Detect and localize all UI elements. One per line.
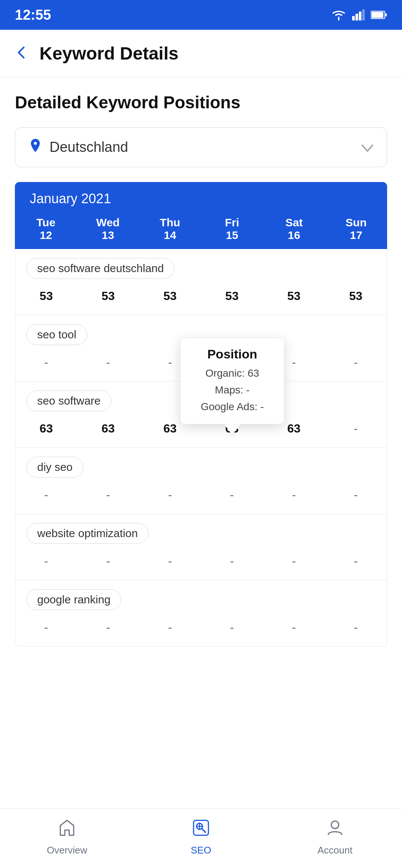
status-time: 12:55 [15, 7, 51, 23]
bottom-nav: Overview SEO Account [0, 808, 402, 868]
battery-icon [371, 10, 387, 19]
nav-item-account[interactable]: Account [268, 818, 402, 856]
kv-cell: - [201, 551, 263, 571]
nav-label-account: Account [318, 845, 352, 856]
calendar-day-14: Thu14 [139, 213, 201, 249]
svg-rect-1 [355, 14, 358, 20]
kv-cell: - [15, 485, 77, 505]
kv-cell: - [201, 485, 263, 505]
calendar-header: January 2021 Tue12Wed13Thu14Fri15Sat16Su… [15, 182, 387, 249]
kv-cell: - [325, 352, 387, 372]
kv-cell: - [139, 485, 201, 505]
position-tooltip: Position Organic: 63 Maps: - Google Ads:… [180, 338, 284, 435]
keyword-values: 535353535353 [15, 283, 387, 315]
keyword-tag-row: website optimization [15, 514, 387, 548]
svg-rect-3 [362, 9, 365, 20]
keyword-row: diy seo------ [15, 448, 387, 514]
page-title: Keyword Details [39, 43, 178, 64]
calendar-day-17: Sun17 [325, 213, 387, 249]
overview-icon [57, 818, 77, 842]
kv-cell: - [325, 419, 387, 438]
calendar-day-12: Tue12 [15, 213, 77, 249]
tooltip-title: Position [194, 347, 271, 361]
keyword-row: seo tool Position Organic: 63 Maps: - Go… [15, 315, 387, 382]
page-header: Keyword Details [0, 30, 402, 77]
kv-cell: - [77, 485, 139, 505]
back-button[interactable] [15, 45, 28, 62]
keyword-values: ------ [15, 614, 387, 646]
kv-cell: 63 [15, 419, 77, 438]
calendar-day-15: Fri15 [201, 213, 263, 249]
kv-cell: - [139, 551, 201, 571]
nav-item-overview[interactable]: Overview [0, 818, 134, 856]
tooltip-organic: Organic: 63 [194, 365, 271, 382]
svg-rect-5 [385, 13, 387, 16]
kv-cell: - [325, 618, 387, 637]
calendar-days: Tue12Wed13Thu14Fri15Sat16Sun17 [15, 213, 387, 249]
keyword-values: ------ [15, 548, 387, 580]
keyword-tag[interactable]: diy seo [26, 457, 83, 478]
status-icons [331, 9, 387, 20]
location-icon [29, 138, 42, 156]
svg-rect-6 [371, 12, 383, 18]
kv-cell: - [77, 551, 139, 571]
account-icon [325, 818, 345, 842]
nav-label-seo: SEO [191, 845, 211, 856]
keyword-tag[interactable]: google ranking [26, 589, 121, 610]
keyword-row: website optimization------ [15, 514, 387, 580]
calendar-day-16: Sat16 [263, 213, 325, 249]
kv-cell: - [263, 618, 325, 637]
kv-cell: - [15, 551, 77, 571]
keyword-row: seo software deutschland535353535353 [15, 249, 387, 315]
calendar-month: January 2021 [15, 191, 387, 213]
tooltip-maps: Maps: - [194, 382, 271, 399]
section-title: Detailed Keyword Positions [15, 92, 387, 112]
tooltip-box: Position Organic: 63 Maps: - Google Ads:… [180, 338, 284, 424]
kv-cell: - [15, 352, 77, 372]
nav-item-seo[interactable]: SEO [134, 818, 268, 856]
svg-rect-2 [359, 12, 361, 20]
kv-cell: 53 [139, 286, 201, 306]
keyword-row: google ranking------ [15, 580, 387, 646]
keywords-table: seo software deutschland535353535353seo … [15, 249, 387, 647]
keyword-tag-row: google ranking [15, 580, 387, 614]
keyword-tag[interactable]: website optimization [26, 523, 149, 544]
kv-cell: - [15, 618, 77, 637]
nav-label-overview: Overview [47, 845, 87, 856]
kv-cell: - [77, 618, 139, 637]
country-selector[interactable]: Deutschland [15, 127, 387, 167]
keyword-tag[interactable]: seo software deutschland [26, 258, 175, 279]
status-bar: 12:55 [0, 0, 402, 30]
kv-cell: 53 [201, 286, 263, 306]
tooltip-arrow [224, 424, 240, 435]
calendar-day-13: Wed13 [77, 213, 139, 249]
kv-cell: - [139, 618, 201, 637]
tooltip-google-ads: Google Ads: - [194, 399, 271, 415]
signal-icon [352, 9, 365, 20]
main-content: Detailed Keyword Positions Deutschland J… [0, 77, 402, 714]
kv-cell: - [325, 551, 387, 571]
svg-point-9 [331, 821, 339, 829]
kv-cell: 53 [77, 286, 139, 306]
svg-rect-7 [194, 820, 208, 835]
keyword-tag[interactable]: seo software [26, 390, 111, 411]
svg-rect-0 [352, 16, 355, 20]
keyword-tag-row: seo software deutschland [15, 249, 387, 283]
kv-cell: 53 [325, 286, 387, 306]
kv-cell: 63 [77, 419, 139, 438]
kv-cell: 53 [15, 286, 77, 306]
country-left: Deutschland [29, 138, 128, 156]
kv-cell: - [263, 551, 325, 571]
kv-cell: - [263, 485, 325, 505]
country-name: Deutschland [50, 139, 128, 155]
kv-cell: 53 [263, 286, 325, 306]
kv-cell: - [77, 352, 139, 372]
keyword-tag-row: diy seo [15, 448, 387, 481]
kv-cell: - [201, 618, 263, 637]
wifi-icon [331, 9, 346, 20]
kv-cell: - [325, 485, 387, 505]
chevron-down-icon [361, 140, 373, 155]
keyword-tag[interactable]: seo tool [26, 324, 87, 345]
seo-icon [191, 818, 211, 842]
keyword-values: ------ [15, 481, 387, 514]
